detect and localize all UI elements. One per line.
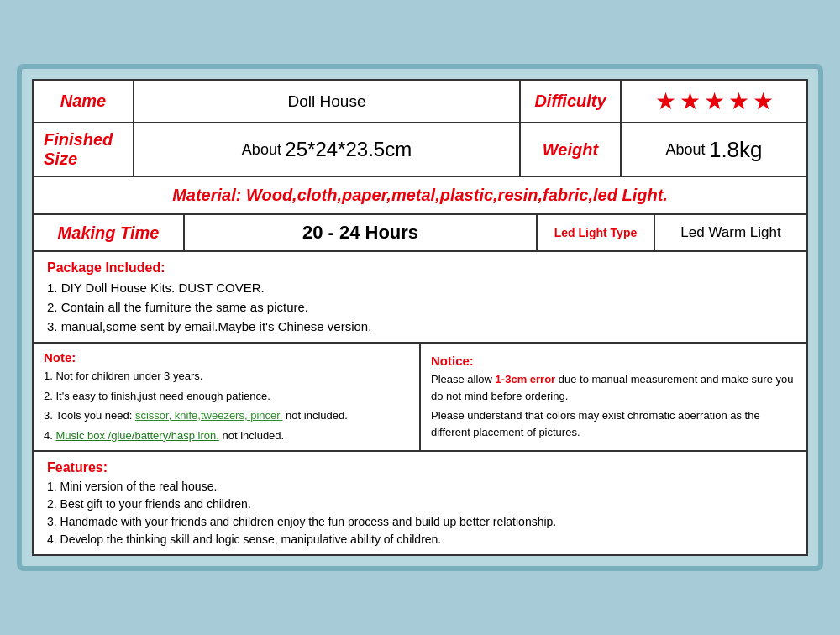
star3: ★ — [704, 87, 725, 115]
star5: ★ — [753, 87, 774, 115]
package-row: Package Included: 1. DIY Doll House Kits… — [34, 252, 806, 344]
finished-size-label-cell: Finished Size — [34, 123, 134, 176]
difficulty-label: Difficulty — [534, 92, 606, 111]
led-type-value: Led Warm Light — [680, 224, 780, 241]
notice-item-2: Please understand that colors may exist … — [431, 407, 796, 440]
material-row: Material: Wood,cloth,paper,metal,plastic… — [34, 177, 806, 215]
notice-header: Notice: — [431, 354, 474, 368]
making-time-row: Making Time 20 - 24 Hours Led Light Type… — [34, 215, 806, 252]
error-range: 1-3cm error — [496, 373, 556, 386]
making-time-value: 20 - 24 Hours — [302, 222, 418, 244]
note-item-1: 1. Not for children under 3 years. — [44, 368, 202, 385]
name-row: Name Doll House Difficulty ★ ★ ★ ★ ★ — [34, 81, 806, 123]
package-item-2: 2. Contain all the furniture the same as… — [47, 300, 308, 314]
weight-label: Weight — [543, 140, 598, 160]
star1: ★ — [655, 87, 676, 115]
star2: ★ — [680, 87, 701, 115]
material-cell: Material: Wood,cloth,paper,metal,plastic… — [34, 177, 806, 213]
features-header: Features: — [47, 460, 108, 475]
led-type-label: Led Light Type — [554, 226, 638, 239]
notice-cell: Notice: Please allow 1-3cm error due to … — [421, 344, 806, 450]
finished-size-label: Finished Size — [44, 130, 123, 169]
features-cell: Features: 1. Mini version of the real ho… — [34, 452, 806, 554]
features-item-3: 3. Handmade with your friends and childr… — [47, 515, 556, 528]
note-header: Note: — [44, 350, 76, 365]
weight-value: 1.8kg — [709, 137, 763, 163]
making-time-label-cell: Making Time — [34, 215, 185, 250]
name-value-cell: Doll House — [134, 81, 521, 122]
making-time-label: Making Time — [58, 223, 160, 243]
weight-value-cell: About 1.8kg — [622, 123, 806, 176]
size-row: Finished Size About 25*24*23.5cm Weight … — [34, 123, 806, 177]
led-type-value-cell: Led Warm Light — [655, 215, 806, 250]
difficulty-label-cell: Difficulty — [521, 81, 622, 122]
tool-link: scissor, knife,tweezers, pincer. — [135, 409, 283, 422]
note-item-2: 2. It's easy to finish,just need enough … — [44, 388, 270, 405]
note-item-3: 3. Tools you need: scissor, knife,tweeze… — [44, 407, 348, 424]
name-label: Name — [60, 92, 106, 111]
note-notice-row: Note: 1. Not for children under 3 years.… — [34, 344, 806, 452]
package-item-1: 1. DIY Doll House Kits. DUST COVER. — [47, 281, 265, 295]
finished-size-value: 25*24*23.5cm — [285, 138, 412, 161]
package-header: Package Included: — [47, 260, 165, 276]
star4: ★ — [728, 87, 749, 115]
music-box-link: Music box /glue/battery/hasp iron. — [55, 429, 218, 442]
making-time-value-cell: 20 - 24 Hours — [185, 215, 538, 250]
note-cell: Note: 1. Not for children under 3 years.… — [34, 344, 421, 450]
note-item-4: 4. Music box /glue/battery/hasp iron. no… — [44, 428, 284, 444]
outer-frame: Name Doll House Difficulty ★ ★ ★ ★ ★ Fin… — [17, 64, 823, 571]
name-value: Doll House — [288, 92, 366, 111]
material-text: Material: Wood,cloth,paper,metal,plastic… — [172, 186, 668, 205]
stars-cell: ★ ★ ★ ★ ★ — [622, 81, 806, 122]
weight-about: About — [665, 141, 705, 159]
package-item-3: 3. manual,some sent by email.Maybe it's … — [47, 319, 371, 333]
features-item-2: 2. Best gift to your friends and childre… — [47, 497, 251, 511]
features-item-1: 1. Mini version of the real house. — [47, 480, 217, 493]
name-label-cell: Name — [34, 81, 134, 122]
features-row: Features: 1. Mini version of the real ho… — [34, 452, 806, 554]
weight-label-cell: Weight — [521, 123, 622, 176]
finished-size-value-cell: About 25*24*23.5cm — [134, 123, 521, 176]
features-item-4: 4. Develop the thinking skill and logic … — [47, 533, 441, 546]
finished-size-about: About — [242, 141, 281, 159]
product-info-table: Name Doll House Difficulty ★ ★ ★ ★ ★ Fin… — [32, 79, 808, 556]
package-cell: Package Included: 1. DIY Doll House Kits… — [34, 252, 806, 342]
led-type-label-cell: Led Light Type — [538, 215, 655, 250]
notice-item-1: Please allow 1-3cm error due to manual m… — [431, 371, 796, 404]
